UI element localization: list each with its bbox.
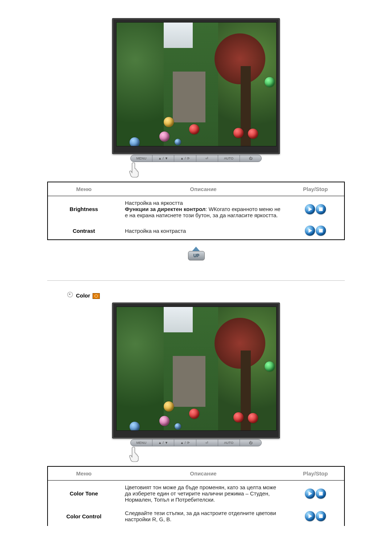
- col-menu: Меню: [48, 182, 120, 196]
- monitor-frame: [112, 303, 280, 438]
- menu-cell: Color Tone: [48, 481, 120, 507]
- play-button[interactable]: [305, 226, 315, 236]
- monitor-illustration: MENU ▲ / ▼ ▲ / ⟳ ⏎ AUTO ⏻: [47, 18, 345, 178]
- monitor-screen: [116, 22, 277, 146]
- table-row: Color Control Следвайте тези стъпки, за …: [48, 506, 344, 526]
- bullet-icon: [67, 292, 73, 297]
- stop-button[interactable]: [316, 511, 326, 521]
- monitor-button-bar: MENU ▲ / ▼ ▲ / ⟳ ⏎ AUTO ⏻: [130, 439, 262, 446]
- color-settings-table: Меню Описание Play/Stop Color Tone Цвето…: [47, 466, 345, 526]
- up-link[interactable]: UP: [186, 247, 206, 261]
- desc-cell: Настройка на контраста: [120, 222, 287, 240]
- monitor-btn: ▲ / ▼: [152, 155, 174, 162]
- monitor-btn: ▲ / ⟳: [174, 439, 196, 446]
- monitor-btn: ⏎: [196, 439, 218, 446]
- monitor-screen: [116, 307, 277, 431]
- table-row: Brightness Настройка на яркостта Функции…: [48, 196, 344, 222]
- stop-button[interactable]: [316, 204, 326, 214]
- desc-cell: Цветовият тон може да бъде променян, кат…: [120, 481, 287, 507]
- color-chip-icon: [93, 293, 100, 299]
- monitor-btn: AUTO: [218, 155, 240, 162]
- menu-cell: Contrast: [48, 222, 120, 240]
- col-playstop: Play/Stop: [287, 182, 344, 196]
- stop-button[interactable]: [316, 489, 326, 499]
- desc-cell: Настройка на яркостта Функции за директе…: [120, 196, 287, 222]
- stop-button[interactable]: [316, 226, 326, 236]
- playstop-cell: [287, 196, 344, 222]
- hand-pointer-icon: [127, 161, 142, 178]
- table-row: Color Tone Цветовият тон може да бъде пр…: [48, 481, 344, 507]
- playstop-cell: [287, 481, 344, 507]
- col-playstop: Play/Stop: [287, 466, 344, 481]
- play-button[interactable]: [305, 489, 315, 499]
- section-title: Color: [76, 292, 90, 299]
- picture-settings-table: Меню Описание Play/Stop Brightness Настр…: [47, 182, 345, 240]
- monitor-btn: ▲ / ⟳: [174, 155, 196, 162]
- col-description: Описание: [120, 182, 287, 196]
- menu-cell: Color Control: [48, 506, 120, 526]
- monitor-btn: AUTO: [218, 439, 240, 446]
- divider: [47, 280, 345, 281]
- col-menu: Меню: [48, 466, 120, 481]
- col-description: Описание: [120, 466, 287, 481]
- play-button[interactable]: [305, 204, 315, 214]
- monitor-btn: ⏻: [240, 439, 261, 446]
- desc-cell: Следвайте тези стъпки, за да настроите о…: [120, 506, 287, 526]
- monitor-illustration: MENU ▲ / ▼ ▲ / ⟳ ⏎ AUTO ⏻: [47, 303, 345, 462]
- hand-pointer-icon: [127, 445, 142, 462]
- playstop-cell: [287, 222, 344, 240]
- up-label: UP: [188, 251, 205, 260]
- menu-cell: Brightness: [48, 196, 120, 222]
- playstop-cell: [287, 506, 344, 526]
- play-button[interactable]: [305, 511, 315, 521]
- monitor-frame: [112, 18, 280, 154]
- table-row: Contrast Настройка на контраста: [48, 222, 344, 240]
- monitor-btn: ⏻: [240, 155, 261, 162]
- monitor-btn: ⏎: [196, 155, 218, 162]
- section-heading-color: Color: [27, 292, 365, 299]
- monitor-btn: ▲ / ▼: [152, 439, 174, 446]
- monitor-button-bar: MENU ▲ / ▼ ▲ / ⟳ ⏎ AUTO ⏻: [130, 155, 262, 162]
